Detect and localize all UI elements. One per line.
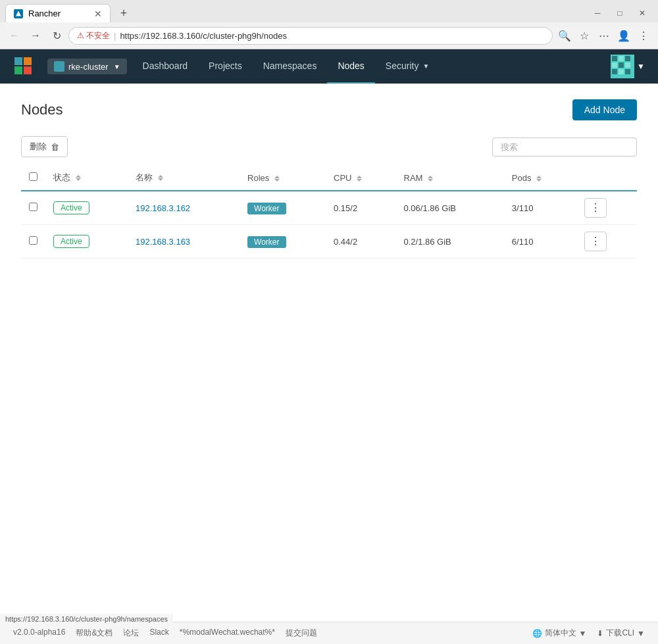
tab-close-button[interactable]: ✕ xyxy=(94,9,102,18)
row-checkbox-1[interactable] xyxy=(29,236,38,245)
back-button[interactable]: ← xyxy=(5,26,24,45)
svg-rect-7 xyxy=(619,56,624,61)
tab-title: Rancher xyxy=(28,9,61,18)
nav-item-dashboard[interactable]: Dashboard xyxy=(132,49,199,84)
app-logo[interactable] xyxy=(11,53,37,80)
name-sort-icon xyxy=(158,175,163,181)
search-button[interactable]: 🔍 xyxy=(555,26,574,45)
svg-rect-6 xyxy=(612,56,617,61)
row-cpu-cell: 0.44/2 xyxy=(326,225,396,259)
table-body: Active 192.168.3.162 Worker 0.15/2 0.06/… xyxy=(21,191,637,259)
user-menu-button[interactable]: ▼ xyxy=(634,62,647,71)
row-checkbox-0[interactable] xyxy=(29,203,38,211)
extensions-button[interactable]: ⋯ xyxy=(595,26,613,45)
svg-rect-4 xyxy=(24,66,32,74)
forward-button[interactable]: → xyxy=(26,26,45,45)
node-link[interactable]: 192.168.3.162 xyxy=(136,203,190,213)
row-status-cell: Active xyxy=(45,225,128,259)
add-node-button[interactable]: Add Node xyxy=(572,99,637,120)
delete-label: 删除 xyxy=(30,141,47,153)
url-text: https://192.168.3.160/c/cluster-phg9h/no… xyxy=(120,31,544,41)
cluster-chevron-icon: ▼ xyxy=(114,63,120,70)
ram-sort-icon xyxy=(428,176,433,182)
main-nav: Dashboard Projects Namespaces Nodes Secu… xyxy=(132,49,440,84)
svg-rect-11 xyxy=(625,62,630,68)
actions-column-header xyxy=(576,165,637,191)
status-column-header[interactable]: 状态 xyxy=(45,165,128,191)
row-pods-cell: 3/110 xyxy=(504,191,576,225)
row-checkbox-cell xyxy=(21,191,45,225)
row-actions-cell: ⋮ xyxy=(576,225,637,259)
insecure-indicator: ⚠ 不安全 xyxy=(77,30,110,41)
role-badge: Worker xyxy=(247,203,286,214)
window-maximize-button[interactable]: □ xyxy=(609,4,630,22)
address-bar[interactable]: ⚠ 不安全 | https://192.168.3.160/c/cluster-… xyxy=(68,27,553,45)
user-avatar[interactable] xyxy=(611,55,634,78)
row-role-cell: Worker xyxy=(240,191,326,225)
row-actions-button[interactable]: ⋮ xyxy=(584,198,607,218)
top-navigation: rke-cluster ▼ Dashboard Projects Namespa… xyxy=(0,49,658,84)
window-close-button[interactable]: ✕ xyxy=(632,4,653,22)
row-actions-cell: ⋮ xyxy=(576,191,637,225)
cpu-sort-icon xyxy=(357,176,362,182)
row-checkbox-cell xyxy=(21,225,45,259)
node-link[interactable]: 192.168.3.163 xyxy=(136,237,190,247)
browser-tab[interactable]: Rancher ✕ xyxy=(5,4,111,22)
svg-rect-3 xyxy=(24,57,32,65)
name-column-header[interactable]: 名称 xyxy=(128,165,240,191)
svg-rect-14 xyxy=(625,69,630,74)
cluster-selector[interactable]: rke-cluster ▼ xyxy=(47,59,127,74)
window-minimize-button[interactable]: ─ xyxy=(587,4,608,22)
profile-button[interactable]: 👤 xyxy=(615,26,633,45)
page-content: Nodes Add Node 删除 🗑 状态 xyxy=(0,84,658,274)
nav-item-projects[interactable]: Projects xyxy=(198,49,253,84)
cluster-icon xyxy=(54,61,64,72)
reload-button[interactable]: ↻ xyxy=(47,26,66,45)
row-status-cell: Active xyxy=(45,191,128,225)
row-role-cell: Worker xyxy=(240,225,326,259)
nav-item-nodes[interactable]: Nodes xyxy=(327,49,374,84)
row-pods-cell: 6/110 xyxy=(504,225,576,259)
svg-rect-10 xyxy=(619,62,624,68)
menu-button[interactable]: ⋮ xyxy=(634,26,653,45)
svg-rect-1 xyxy=(14,57,22,65)
security-chevron-icon: ▼ xyxy=(422,62,429,70)
page-title: Nodes xyxy=(21,101,63,118)
pods-sort-icon xyxy=(536,176,542,182)
nav-item-namespaces[interactable]: Namespaces xyxy=(253,49,328,84)
svg-rect-2 xyxy=(14,66,22,74)
roles-column-header[interactable]: Roles xyxy=(240,165,326,191)
role-badge: Worker xyxy=(247,236,286,248)
row-cpu-cell: 0.15/2 xyxy=(326,191,396,225)
select-all-header xyxy=(21,165,45,191)
svg-rect-8 xyxy=(625,56,630,61)
table-header-row: 状态 名称 Roles xyxy=(21,165,637,191)
svg-rect-13 xyxy=(619,69,624,74)
select-all-checkbox[interactable] xyxy=(29,172,38,181)
cluster-name: rke-cluster xyxy=(68,62,109,72)
nav-right: ▼ xyxy=(611,55,647,78)
nodes-table: 状态 名称 Roles xyxy=(21,165,637,259)
new-tab-button[interactable]: + xyxy=(114,4,133,22)
trash-icon: 🗑 xyxy=(51,142,59,152)
table-toolbar: 删除 🗑 xyxy=(21,136,637,157)
cpu-column-header[interactable]: CPU xyxy=(326,165,396,191)
svg-rect-9 xyxy=(612,62,617,68)
row-name-cell: 192.168.3.162 xyxy=(128,191,240,225)
nav-item-security[interactable]: Security ▼ xyxy=(375,49,440,84)
page-header: Nodes Add Node xyxy=(21,99,637,120)
table-row: Active 192.168.3.163 Worker 0.44/2 0.2/1… xyxy=(21,225,637,259)
status-bar: https://192.168.3.160/c/cluster-phg9h/na… xyxy=(0,614,173,624)
delete-button[interactable]: 删除 🗑 xyxy=(21,136,68,157)
roles-sort-icon xyxy=(274,176,280,182)
row-name-cell: 192.168.3.163 xyxy=(128,225,240,259)
bookmark-button[interactable]: ☆ xyxy=(575,26,594,45)
row-ram-cell: 0.06/1.86 GiB xyxy=(396,191,504,225)
ram-column-header[interactable]: RAM xyxy=(396,165,504,191)
pods-column-header[interactable]: Pods xyxy=(504,165,576,191)
table-row: Active 192.168.3.162 Worker 0.15/2 0.06/… xyxy=(21,191,637,225)
row-actions-button[interactable]: ⋮ xyxy=(584,232,607,251)
status-sort-icon xyxy=(76,175,81,181)
status-badge: Active xyxy=(53,235,89,248)
search-input[interactable] xyxy=(492,137,637,157)
